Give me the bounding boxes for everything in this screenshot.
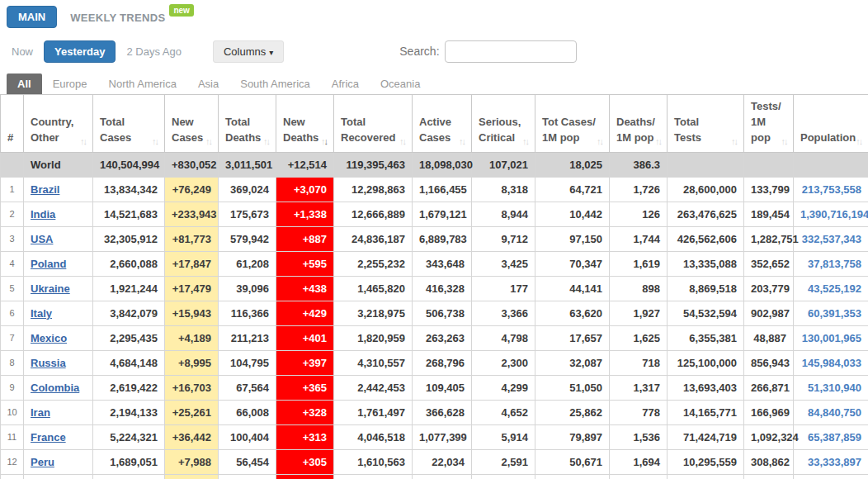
value-cell-total-tests: 13,335,088 xyxy=(668,251,744,276)
value-cell-active-cases: 18,098,030 xyxy=(413,152,472,177)
value-cell-population[interactable]: 145,984,033 xyxy=(794,350,868,375)
value-cell-serious-critical: 3,425 xyxy=(472,251,535,276)
weekly-trends-tab[interactable]: WEEKLY TRENDS xyxy=(70,12,165,24)
value-cell-population[interactable]: 1,390,716,194 xyxy=(794,202,868,226)
col-header-new-deaths[interactable]: NewDeaths↑↓ xyxy=(276,95,334,153)
value-cell-serious-critical: 3,205 xyxy=(472,474,535,479)
col-header-label: TotalDeaths xyxy=(225,115,261,146)
main-tab-button[interactable]: MAIN xyxy=(7,6,57,28)
value-cell-total-deaths: 66,008 xyxy=(219,400,276,424)
value-cell-deaths-per-1m: 1,536 xyxy=(610,424,668,449)
rank-cell xyxy=(1,152,24,177)
sort-icon: ↑↓ xyxy=(152,136,159,146)
country-cell[interactable]: Poland xyxy=(24,251,93,276)
value-cell-population[interactable]: 130,001,965 xyxy=(794,325,868,350)
value-cell-new-cases: +76,249 xyxy=(165,177,219,202)
country-link[interactable]: Peru xyxy=(31,456,54,468)
country-cell[interactable]: USA xyxy=(24,226,93,251)
caret-down-icon: ▾ xyxy=(269,48,273,57)
col-header-active-cases[interactable]: ActiveCases↑↓ xyxy=(413,95,472,153)
col-header-country-other[interactable]: Country,Other↑↓ xyxy=(24,95,93,153)
value-cell-total-cases: 5,224,321 xyxy=(93,424,165,449)
country-cell[interactable]: Peru xyxy=(24,449,93,474)
col-header-population[interactable]: Population↑↓ xyxy=(794,95,868,153)
country-cell[interactable]: Russia xyxy=(24,350,93,375)
col-header-total-cases[interactable]: TotalCases↑↓ xyxy=(93,95,165,153)
country-link[interactable]: France xyxy=(31,431,66,443)
continent-tab-oceania[interactable]: Oceania xyxy=(370,74,431,94)
value-cell-new-cases: +81,773 xyxy=(165,226,219,251)
value-cell-new-deaths: +328 xyxy=(276,400,334,424)
value-cell-new-cases: +7,988 xyxy=(165,449,219,474)
value-cell-new-deaths: +305 xyxy=(276,449,334,474)
col-header-tests-per-1m[interactable]: Tests/1M pop↑↓ xyxy=(744,95,794,153)
col-header-label: TotalRecovered xyxy=(341,115,395,146)
country-link[interactable]: Italy xyxy=(31,307,52,320)
table-body: World140,504,994+830,0523,011,501+12,514… xyxy=(1,152,868,479)
yesterday-tab[interactable]: Yesterday xyxy=(44,40,116,63)
value-cell-population[interactable]: 37,813,758 xyxy=(794,251,868,276)
country-link[interactable]: Iran xyxy=(31,406,50,419)
value-cell-cases-per-1m: 51,050 xyxy=(535,375,610,400)
country-link[interactable]: Brazil xyxy=(31,183,59,196)
search-input[interactable] xyxy=(445,40,577,63)
country-cell[interactable]: India xyxy=(24,202,93,226)
covid-table: #Country,Other↑↓TotalCases↑↓NewCases↑↓To… xyxy=(0,94,868,479)
value-cell-cases-per-1m: 18,025 xyxy=(535,152,610,177)
value-cell-population[interactable]: 213,753,558 xyxy=(794,177,868,202)
country-cell[interactable]: Mexico xyxy=(24,325,93,350)
country-link[interactable]: Ukraine xyxy=(31,282,70,295)
value-cell-population[interactable]: 51,310,940 xyxy=(794,375,868,400)
now-tab[interactable]: Now xyxy=(12,45,33,58)
col-header-serious-critical[interactable]: Serious,Critical↑↓ xyxy=(472,95,535,153)
value-cell-deaths-per-1m: 718 xyxy=(610,350,668,375)
value-cell-new-deaths: +438 xyxy=(276,276,334,301)
country-link[interactable]: Poland xyxy=(31,258,66,270)
country-link[interactable]: India xyxy=(31,208,55,221)
value-cell-population[interactable]: 60,391,353 xyxy=(794,301,868,325)
value-cell-deaths-per-1m: 1,619 xyxy=(610,251,668,276)
col-header-new-cases[interactable]: NewCases↑↓ xyxy=(165,95,219,153)
continent-tab-asia[interactable]: Asia xyxy=(187,74,229,94)
continent-tab-all[interactable]: All xyxy=(7,74,42,94)
value-cell-population[interactable]: 84,840,750 xyxy=(794,400,868,424)
value-cell-population[interactable]: 65,387,859 xyxy=(794,424,868,449)
col-header-cases-per-1m[interactable]: Tot Cases/1M pop↑↓ xyxy=(535,95,610,153)
continent-tab-africa[interactable]: Africa xyxy=(321,74,370,94)
country-cell[interactable]: Turkey xyxy=(24,474,93,479)
value-cell-total-recovered: 2,255,232 xyxy=(334,251,413,276)
country-link[interactable]: USA xyxy=(31,233,53,245)
rank-cell: 2 xyxy=(1,202,24,226)
col-header-label: Deaths/1M pop xyxy=(616,115,655,146)
col-header-label: NewCases xyxy=(172,115,203,146)
col-header-deaths-per-1m[interactable]: Deaths/1M pop↑↓ xyxy=(610,95,668,153)
table-row: 1Brazil13,834,342+76,249369,024+3,07012,… xyxy=(1,177,868,202)
value-cell-total-tests: 71,424,719 xyxy=(668,424,744,449)
country-link[interactable]: Mexico xyxy=(31,332,67,344)
value-cell-population[interactable]: 43,525,192 xyxy=(794,276,868,301)
value-cell-population[interactable]: 332,537,343 xyxy=(794,226,868,251)
country-cell[interactable]: Italy xyxy=(24,301,93,325)
continent-tab-europe[interactable]: Europe xyxy=(42,74,98,94)
value-cell-population[interactable]: 85,055,316 xyxy=(794,474,868,479)
country-cell[interactable]: Ukraine xyxy=(24,276,93,301)
country-link[interactable]: Russia xyxy=(31,357,66,369)
two-days-ago-tab[interactable]: 2 Days Ago xyxy=(126,45,182,58)
value-cell-new-deaths: +289 xyxy=(276,474,334,479)
country-cell[interactable]: Colombia xyxy=(24,375,93,400)
country-link[interactable]: Colombia xyxy=(31,382,79,394)
col-header-total-tests[interactable]: TotalTests↑↓ xyxy=(668,95,744,153)
country-cell[interactable]: France xyxy=(24,424,93,449)
country-cell[interactable]: Brazil xyxy=(24,177,93,202)
columns-dropdown-button[interactable]: Columns▾ xyxy=(213,40,284,63)
value-cell-serious-critical: 177 xyxy=(472,276,535,301)
continent-tab-north-america[interactable]: North America xyxy=(98,74,187,94)
value-cell-population[interactable]: 33,333,897 xyxy=(794,449,868,474)
value-cell-total-cases: 2,660,088 xyxy=(93,251,165,276)
value-cell-active-cases: 343,648 xyxy=(413,251,472,276)
continent-tab-south-america[interactable]: South America xyxy=(229,74,321,94)
country-cell[interactable]: Iran xyxy=(24,400,93,424)
value-cell-deaths-per-1m: 1,744 xyxy=(610,226,668,251)
col-header-total-recovered[interactable]: TotalRecovered↑↓ xyxy=(334,95,413,153)
col-header-total-deaths[interactable]: TotalDeaths↑↓ xyxy=(219,95,276,153)
